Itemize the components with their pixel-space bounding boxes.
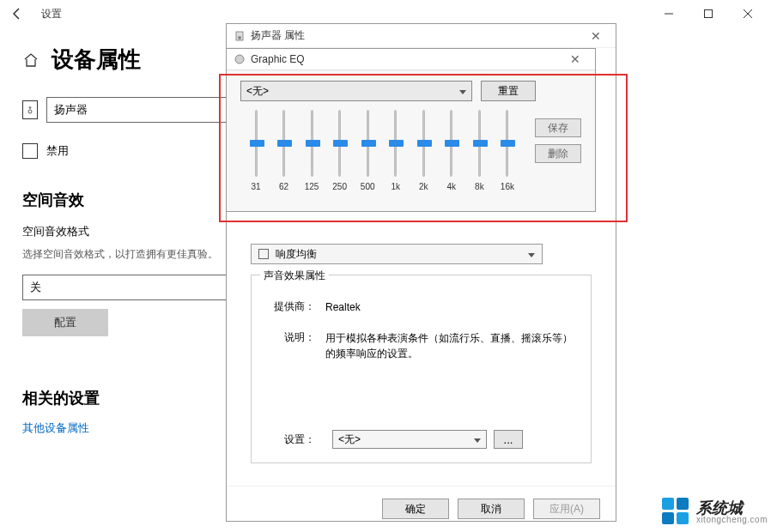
eq-side-buttons: 保存 删除 xyxy=(535,110,581,191)
slider-track[interactable] xyxy=(394,110,397,177)
eq-close-button[interactable]: ✕ xyxy=(562,52,588,66)
eq-band-16k[interactable]: 16k xyxy=(495,110,519,191)
apply-button[interactable]: 应用(A) xyxy=(533,499,600,519)
slider-track[interactable] xyxy=(478,110,481,177)
spatial-format-value: 关 xyxy=(30,280,41,295)
provider-value: Realtek xyxy=(325,299,579,315)
desc-row: 说明： 用于模拟各种表演条件（如流行乐、直播、摇滚乐等）的频率响应的设置。 xyxy=(264,330,579,361)
provider-label: 提供商： xyxy=(264,299,315,315)
reset-button[interactable]: 重置 xyxy=(481,81,536,101)
preset-value: <无> xyxy=(338,432,361,447)
eq-preset-value: <无> xyxy=(246,84,269,99)
watermark-cn: 系统城 xyxy=(696,500,768,516)
slider-track[interactable] xyxy=(367,110,369,177)
maximize-button[interactable] xyxy=(689,0,728,27)
band-label: 4k xyxy=(447,182,457,191)
eq-band-62[interactable]: 62 xyxy=(272,110,296,191)
eq-band-125[interactable]: 125 xyxy=(300,110,324,191)
slider-thumb[interactable] xyxy=(389,140,404,147)
delete-button[interactable]: 删除 xyxy=(535,144,581,163)
page-title: 设备属性 xyxy=(52,45,141,75)
eq-band-2k[interactable]: 2k xyxy=(411,110,435,191)
eq-band-4k[interactable]: 4k xyxy=(440,110,464,191)
speaker-dialog-icon xyxy=(234,30,246,42)
speaker-icon xyxy=(22,100,38,119)
eq-icon xyxy=(234,53,246,65)
group-title: 声音效果属性 xyxy=(260,269,329,283)
svg-rect-1 xyxy=(705,10,713,18)
loudness-eq-row[interactable]: 响度均衡 xyxy=(251,244,543,264)
chevron-down-icon xyxy=(459,85,466,97)
speaker-dialog-close[interactable]: ✕ xyxy=(583,29,609,43)
band-label: 500 xyxy=(361,182,375,191)
slider-thumb[interactable] xyxy=(501,140,515,147)
watermark-en: xitongcheng.com xyxy=(696,516,768,524)
slider-track[interactable] xyxy=(422,110,425,177)
band-label: 125 xyxy=(305,182,319,191)
back-button[interactable] xyxy=(3,0,31,27)
disable-checkbox[interactable] xyxy=(22,143,38,159)
eq-titlebar: Graphic EQ ✕ xyxy=(227,49,595,70)
eq-preset-select[interactable]: <无> xyxy=(240,81,472,101)
eq-band-500[interactable]: 500 xyxy=(355,110,379,191)
slider-track[interactable] xyxy=(282,110,285,177)
slider-thumb[interactable] xyxy=(250,140,264,147)
config-button[interactable]: 配置 xyxy=(22,309,108,336)
spatial-desc: 选择空间音效格式，以打造拥有更佳真验。 xyxy=(22,246,228,263)
eq-band-1k[interactable]: 1k xyxy=(384,110,408,191)
chevron-down-icon xyxy=(474,433,481,445)
close-button[interactable] xyxy=(728,0,768,27)
svg-point-6 xyxy=(235,55,244,63)
chevron-down-icon xyxy=(528,248,535,260)
slider-track[interactable] xyxy=(311,110,313,177)
slider-thumb[interactable] xyxy=(306,140,320,147)
dialog-titlebar: 扬声器 属性 ✕ xyxy=(227,24,616,48)
watermark-icon xyxy=(662,498,691,527)
provider-row: 提供商： Realtek xyxy=(264,299,579,315)
desc-label: 说明： xyxy=(264,330,315,361)
loudness-checkbox[interactable] xyxy=(258,249,269,259)
svg-point-3 xyxy=(29,107,31,109)
watermark-text: 系统城 xitongcheng.com xyxy=(696,500,768,524)
save-button[interactable]: 保存 xyxy=(535,118,581,137)
window-controls xyxy=(649,0,768,27)
slider-thumb[interactable] xyxy=(361,140,376,147)
svg-point-5 xyxy=(238,36,241,39)
eq-band-8k[interactable]: 8k xyxy=(467,110,491,191)
band-label: 16k xyxy=(501,182,514,191)
preset-select[interactable]: <无> xyxy=(332,430,487,449)
eq-body: <无> 重置 31621252505001k2k4k8k16k 保存 删除 xyxy=(227,70,595,196)
home-icon[interactable] xyxy=(22,51,39,69)
slider-thumb[interactable] xyxy=(417,140,432,147)
settings-label: 设置： xyxy=(264,432,315,447)
eq-band-31[interactable]: 31 xyxy=(244,110,268,191)
slider-track[interactable] xyxy=(450,110,452,177)
slider-thumb[interactable] xyxy=(277,140,292,147)
slider-track[interactable] xyxy=(506,110,508,177)
band-label: 62 xyxy=(279,182,288,191)
slider-thumb[interactable] xyxy=(333,140,348,147)
slider-thumb[interactable] xyxy=(473,140,488,147)
band-label: 31 xyxy=(251,182,260,191)
sound-effect-group: 声音效果属性 提供商： Realtek 说明： 用于模拟各种表演条件（如流行乐、… xyxy=(251,275,592,463)
svg-point-2 xyxy=(28,110,32,113)
loudness-label: 响度均衡 xyxy=(276,247,317,262)
speaker-dialog-title: 扬声器 属性 xyxy=(251,28,305,43)
watermark: 系统城 xitongcheng.com xyxy=(662,498,768,527)
ok-button[interactable]: 确定 xyxy=(382,499,449,519)
preset-settings-row: 设置： <无> ... xyxy=(264,430,579,449)
slider-track[interactable] xyxy=(255,110,258,177)
band-label: 250 xyxy=(332,182,347,191)
eq-band-250[interactable]: 250 xyxy=(328,110,352,191)
slider-thumb[interactable] xyxy=(445,140,459,147)
more-button[interactable]: ... xyxy=(494,430,523,449)
slider-track[interactable] xyxy=(338,110,341,177)
band-label: 8k xyxy=(475,182,484,191)
eq-top-row: <无> 重置 xyxy=(240,81,581,101)
window-title: 设置 xyxy=(41,7,62,21)
eq-title: Graphic EQ xyxy=(251,53,305,65)
cancel-button[interactable]: 取消 xyxy=(458,499,525,519)
eq-main: 31621252505001k2k4k8k16k 保存 删除 xyxy=(240,110,581,191)
minimize-button[interactable] xyxy=(649,0,689,27)
graphic-eq-dialog: Graphic EQ ✕ <无> 重置 31621252505001k2k4k8… xyxy=(226,48,596,212)
